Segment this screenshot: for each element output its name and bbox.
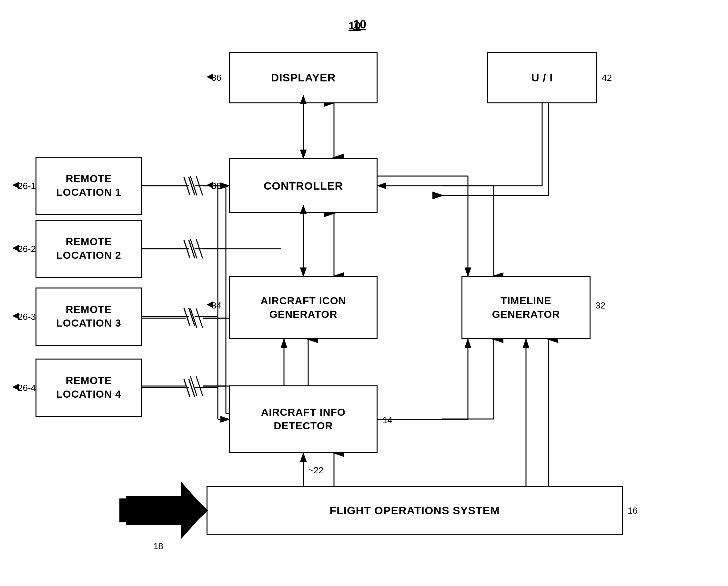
remote4-block: REMOTELOCATION 4 [35, 359, 142, 417]
controller-block: CONTROLLER [229, 158, 378, 213]
ref26-1-arrow [12, 182, 20, 188]
ref26-4-arrow [12, 384, 20, 390]
svg-line-53 [184, 177, 190, 195]
aircraft-info-det-block: AIRCRAFT INFODETECTOR [229, 385, 378, 453]
svg-line-24 [190, 376, 197, 396]
ref36-arrow [207, 74, 215, 80]
svg-line-20 [190, 309, 197, 328]
svg-marker-41 [12, 384, 19, 390]
remote3-block: REMOTELOCATION 3 [35, 288, 142, 346]
ref34-arrow [207, 301, 215, 308]
svg-line-65 [184, 379, 190, 397]
svg-text:18: 18 [153, 541, 163, 551]
remote2-block: REMOTELOCATION 2 [35, 220, 142, 278]
svg-line-61 [184, 308, 190, 326]
svg-line-12 [196, 176, 203, 195]
svg-line-66 [189, 379, 194, 397]
svg-line-58 [189, 240, 194, 258]
ui-ref: 42 [602, 73, 612, 83]
remote1-ref: 26-1 [18, 181, 36, 191]
aircraft-info-det-ref: 14 [382, 415, 392, 425]
svg-marker-39 [12, 245, 19, 251]
ref38-arrow [207, 182, 215, 188]
remote4-ref: 26-4 [18, 383, 36, 393]
ref26-2-arrow [12, 245, 20, 251]
svg-line-16 [190, 239, 197, 259]
remote2-ref: 26-2 [18, 244, 36, 254]
svg-line-25 [196, 376, 203, 396]
svg-text:~22: ~22 [308, 465, 324, 475]
svg-line-11 [190, 176, 197, 195]
ref26-3-arrow [12, 313, 20, 361]
remote3-ref: 26-3 [18, 312, 36, 322]
svg-marker-9 [126, 481, 207, 539]
svg-marker-50 [120, 485, 208, 536]
svg-marker-35 [207, 74, 213, 80]
aircraft-icon-gen-block: AIRCRAFT ICONGENERATOR [229, 276, 378, 339]
displayer-block: DISPLAYER [229, 52, 378, 103]
svg-marker-38 [12, 182, 19, 188]
svg-line-57 [184, 240, 190, 258]
flight-ops-block: FLIGHT OPERATIONS SYSTEM [207, 486, 623, 535]
timeline-gen-block: TIMELINEGENERATOR [462, 276, 591, 339]
svg-line-62 [189, 308, 194, 326]
ui-block: U / I [487, 52, 597, 103]
svg-marker-40 [12, 313, 19, 319]
timeline-gen-ref: 32 [595, 300, 605, 311]
flight-ops-ref: 16 [628, 506, 638, 516]
svg-marker-36 [207, 182, 213, 188]
remote1-block: REMOTELOCATION 1 [35, 157, 142, 215]
svg-line-17 [196, 239, 203, 259]
svg-line-54 [189, 177, 194, 195]
svg-marker-37 [207, 301, 213, 308]
svg-line-21 [196, 309, 203, 328]
diagram-title: 10 [353, 18, 366, 31]
